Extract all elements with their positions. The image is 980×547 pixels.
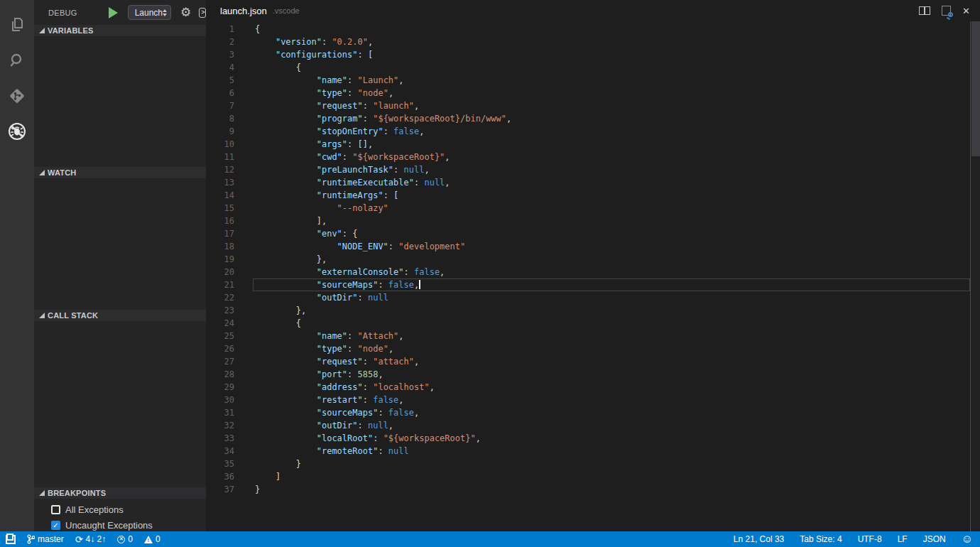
- code-line[interactable]: 16 ],: [206, 215, 970, 227]
- line-number[interactable]: 3: [206, 48, 234, 61]
- watch-section-header[interactable]: WATCH: [34, 167, 206, 178]
- git-branch-indicator[interactable]: master: [27, 534, 64, 544]
- line-number[interactable]: 18: [206, 240, 234, 253]
- code-line[interactable]: 23 },: [206, 304, 970, 317]
- breakpoint-option[interactable]: All Exceptions: [34, 502, 206, 517]
- git-icon[interactable]: [0, 78, 34, 114]
- line-number[interactable]: 7: [206, 99, 234, 112]
- breakpoint-option[interactable]: ✓Uncaught Exceptions: [34, 517, 206, 533]
- code-line[interactable]: 8 "program": "${workspaceRoot}/bin/www",: [206, 112, 970, 125]
- split-editor-icon[interactable]: [919, 6, 930, 15]
- line-number[interactable]: 37: [206, 483, 234, 496]
- checkbox-checked-icon[interactable]: ✓: [51, 521, 60, 530]
- language-mode[interactable]: JSON: [923, 534, 946, 544]
- line-number[interactable]: 28: [206, 368, 234, 381]
- line-number[interactable]: 6: [206, 87, 234, 99]
- code-line[interactable]: 6 "type": "node",: [206, 87, 970, 99]
- code-line[interactable]: 20 "externalConsole": false,: [206, 266, 970, 278]
- code-line[interactable]: 3 "configurations": [: [206, 48, 970, 61]
- line-number[interactable]: 33: [206, 432, 234, 445]
- code-line[interactable]: 29 "address": "localhost",: [206, 381, 970, 394]
- code-line[interactable]: 30 "restart": false,: [206, 394, 970, 406]
- line-number[interactable]: 14: [206, 189, 234, 202]
- feedback-smiley-icon[interactable]: ☺: [962, 534, 973, 545]
- line-number[interactable]: 30: [206, 394, 234, 406]
- code-line[interactable]: 35 }: [206, 457, 970, 470]
- debug-config-dropdown[interactable]: Launch: [128, 5, 171, 20]
- code-line[interactable]: 7 "request": "launch",: [206, 99, 970, 112]
- line-number[interactable]: 36: [206, 470, 234, 483]
- line-number[interactable]: 13: [206, 176, 234, 189]
- line-number[interactable]: 23: [206, 304, 234, 317]
- code-line[interactable]: 17 "env": {: [206, 227, 970, 240]
- code-line[interactable]: 19 },: [206, 253, 970, 266]
- line-number[interactable]: 10: [206, 138, 234, 151]
- code-line[interactable]: 26 "type": "node",: [206, 342, 970, 355]
- code-line[interactable]: 34 "remoteRoot": null: [206, 445, 970, 457]
- tab-launch-json[interactable]: launch.json: [220, 6, 267, 16]
- code-line[interactable]: 9 "stopOnEntry": false,: [206, 125, 970, 138]
- code-line[interactable]: 28 "port": 5858,: [206, 368, 970, 381]
- code-line[interactable]: 4 {: [206, 61, 970, 74]
- start-debug-button[interactable]: [109, 7, 118, 18]
- line-number[interactable]: 16: [206, 215, 234, 227]
- code-line[interactable]: 22 "outDir": null: [206, 291, 970, 304]
- eol-indicator[interactable]: LF: [898, 534, 908, 544]
- git-sync-indicator[interactable]: ⟳ 4↓ 2↑: [75, 534, 107, 544]
- line-number[interactable]: 12: [206, 163, 234, 176]
- encoding-indicator[interactable]: UTF-8: [858, 534, 882, 544]
- line-number[interactable]: 2: [206, 36, 234, 48]
- code-line[interactable]: 32 "outDir": null,: [206, 419, 970, 432]
- line-number[interactable]: 20: [206, 266, 234, 278]
- variables-section-header[interactable]: VARIABLES: [34, 25, 206, 36]
- line-number[interactable]: 34: [206, 445, 234, 457]
- code-line[interactable]: 5 "name": "Launch",: [206, 74, 970, 87]
- line-number[interactable]: 17: [206, 227, 234, 240]
- line-number[interactable]: 1: [206, 23, 234, 36]
- code-line[interactable]: 1{: [206, 23, 970, 36]
- open-preview-icon[interactable]: [942, 6, 951, 16]
- cursor-position[interactable]: Ln 21, Col 33: [734, 534, 784, 544]
- line-number[interactable]: 22: [206, 291, 234, 304]
- line-number[interactable]: 24: [206, 317, 234, 330]
- breakpoints-section-header[interactable]: BREAKPOINTS: [34, 487, 206, 499]
- errors-indicator[interactable]: ✕ 0: [117, 534, 133, 544]
- code-line[interactable]: 12 "preLaunchTask": null,: [206, 163, 970, 176]
- tab-size-indicator[interactable]: Tab Size: 4: [800, 534, 842, 544]
- line-number[interactable]: 21: [206, 278, 234, 291]
- line-number[interactable]: 19: [206, 253, 234, 266]
- code-line[interactable]: 10 "args": [],: [206, 138, 970, 151]
- code-line[interactable]: 33 "localRoot": "${workspaceRoot}",: [206, 432, 970, 445]
- line-number[interactable]: 25: [206, 330, 234, 342]
- code-line[interactable]: 37}: [206, 483, 970, 496]
- code-line[interactable]: 11 "cwd": "${workspaceRoot}",: [206, 151, 970, 163]
- debug-icon[interactable]: [0, 114, 34, 149]
- code-line[interactable]: 2 "version": "0.2.0",: [206, 36, 970, 48]
- line-number[interactable]: 5: [206, 74, 234, 87]
- vscode-status-glyph[interactable]: [6, 535, 16, 544]
- code-line[interactable]: 21 "sourceMaps": false,: [206, 278, 970, 291]
- code-line[interactable]: 13 "runtimeExecutable": null,: [206, 176, 970, 189]
- warnings-indicator[interactable]: 0: [144, 534, 160, 544]
- code-line[interactable]: 14 "runtimeArgs": [: [206, 189, 970, 202]
- line-number[interactable]: 26: [206, 342, 234, 355]
- code-line[interactable]: 18 "NODE_ENV": "development": [206, 240, 970, 253]
- line-number[interactable]: 29: [206, 381, 234, 394]
- code-editor[interactable]: 1{2 "version": "0.2.0",3 "configurations…: [206, 21, 980, 531]
- line-number[interactable]: 35: [206, 457, 234, 470]
- checkbox-unchecked-icon[interactable]: [51, 505, 60, 514]
- code-line[interactable]: 36 ]: [206, 470, 970, 483]
- line-number[interactable]: 4: [206, 61, 234, 74]
- line-number[interactable]: 8: [206, 112, 234, 125]
- configure-gear-icon[interactable]: ⚙: [180, 6, 191, 18]
- line-number[interactable]: 27: [206, 355, 234, 368]
- line-number[interactable]: 32: [206, 419, 234, 432]
- line-number[interactable]: 11: [206, 151, 234, 163]
- code-line[interactable]: 27 "request": "attach",: [206, 355, 970, 368]
- code-line[interactable]: 24 {: [206, 317, 970, 330]
- close-icon[interactable]: ✕: [962, 6, 970, 16]
- call-stack-section-header[interactable]: CALL STACK: [34, 310, 206, 321]
- explorer-icon[interactable]: [0, 7, 34, 43]
- code-line[interactable]: 25 "name": "Attach",: [206, 330, 970, 342]
- line-number[interactable]: 15: [206, 202, 234, 215]
